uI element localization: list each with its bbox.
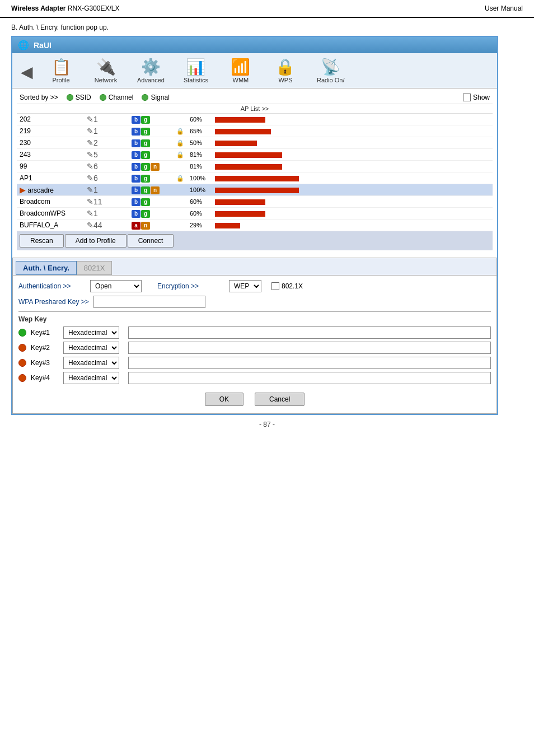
8021x-checkbox[interactable] bbox=[271, 282, 279, 290]
n-badge: n bbox=[141, 222, 150, 230]
tab-network[interactable]: 🔌 Network bbox=[83, 56, 128, 88]
key-radio-3[interactable] bbox=[18, 359, 26, 367]
rescan-button[interactable]: Rescan bbox=[20, 234, 64, 248]
wmm-icon: 📶 bbox=[231, 59, 250, 75]
b-badge: b bbox=[132, 163, 140, 171]
ap-list-header: AP List >> bbox=[17, 104, 493, 114]
add-to-profile-button[interactable]: Add to Profile bbox=[65, 234, 127, 248]
key-input-2[interactable] bbox=[128, 342, 491, 354]
wpa-key-input[interactable] bbox=[93, 296, 205, 308]
table-row[interactable]: 99✎6bgn81% bbox=[17, 161, 493, 172]
tab-profile[interactable]: 📋 Profile bbox=[39, 56, 83, 88]
cancel-button[interactable]: Cancel bbox=[255, 393, 305, 406]
key-format-select-1[interactable]: HexadecimalASCII bbox=[63, 326, 119, 339]
tab-statistics[interactable]: 📊 Statistics bbox=[174, 56, 218, 88]
auth-encry-tab[interactable]: Auth. \ Encry. bbox=[16, 261, 77, 275]
wep-key-section: Wep Key Key#1HexadecimalASCIIKey#2Hexade… bbox=[18, 311, 491, 384]
badges-cell: bg bbox=[129, 114, 174, 125]
back-button[interactable]: ◀ bbox=[15, 56, 39, 88]
lock-cell: 🔒 bbox=[174, 125, 187, 137]
table-row[interactable]: Broadcom✎11bg60% bbox=[17, 196, 493, 208]
table-row[interactable]: 219✎1bg🔒65% bbox=[17, 125, 493, 137]
table-row[interactable]: AP1✎6bg🔒100% bbox=[17, 172, 493, 184]
channel-cell: ✎11 bbox=[84, 196, 129, 208]
table-row[interactable]: 243✎5bg🔒81% bbox=[17, 149, 493, 161]
8021x-label: 802.1X bbox=[282, 282, 303, 290]
g-badge: g bbox=[141, 186, 150, 194]
show-checkbox[interactable] bbox=[463, 94, 471, 101]
page-header: Wireless Adapter RNX-G300EX/LX User Manu… bbox=[0, 0, 534, 18]
ok-button[interactable]: OK bbox=[205, 393, 243, 406]
table-row[interactable]: BUFFALO_A✎44an29% bbox=[17, 220, 493, 231]
a-badge: a bbox=[132, 222, 140, 230]
tab-advanced[interactable]: ⚙️ Advanced bbox=[128, 56, 174, 88]
channel-cell: ✎1 bbox=[84, 208, 129, 220]
authentication-select[interactable]: Open Shared WPA-PSK WPA2-PSK bbox=[90, 280, 142, 292]
signal-pct-cell: 65% bbox=[187, 125, 212, 137]
key-radio-4[interactable] bbox=[18, 374, 26, 382]
channel-icon: ✎1 bbox=[87, 115, 98, 124]
table-row[interactable]: 202✎1bg60% bbox=[17, 114, 493, 125]
authentication-label: Authentication >> bbox=[18, 282, 86, 290]
b-badge: b bbox=[132, 186, 140, 194]
channel-icon: ✎11 bbox=[87, 197, 102, 206]
channel-radio-item[interactable]: Channel bbox=[100, 94, 134, 101]
signal-bar bbox=[215, 129, 271, 134]
wps-icon: 🔒 bbox=[275, 59, 295, 75]
section-description: B. Auth. \ Encry. function pop up. bbox=[11, 24, 523, 31]
signal-pct-cell: 60% bbox=[187, 208, 212, 220]
channel-cell: ✎1 bbox=[84, 184, 129, 196]
badges-cell: bgn bbox=[129, 161, 174, 172]
table-row[interactable]: BroadcomWPS✎1bg60% bbox=[17, 208, 493, 220]
lock-icon: 🔒 bbox=[176, 151, 184, 158]
app-logo: 🌐 bbox=[18, 40, 29, 50]
signal-pct-cell: 29% bbox=[187, 220, 212, 231]
key-label-4: Key#4 bbox=[31, 374, 59, 382]
channel-icon: ✎5 bbox=[87, 150, 98, 159]
show-label: Show bbox=[473, 94, 490, 101]
channel-icon: ✎1 bbox=[87, 127, 98, 136]
show-checkbox-container[interactable]: Show bbox=[463, 94, 490, 101]
key-input-4[interactable] bbox=[128, 372, 491, 384]
table-row[interactable]: 230✎2bg🔒50% bbox=[17, 137, 493, 149]
signal-bar bbox=[215, 223, 240, 228]
signal-pct-cell: 81% bbox=[187, 161, 212, 172]
g-badge: g bbox=[141, 175, 150, 183]
channel-cell: ✎2 bbox=[84, 137, 129, 149]
key-row-1: Key#1HexadecimalASCII bbox=[18, 326, 491, 339]
key-format-select-4[interactable]: HexadecimalASCII bbox=[63, 372, 119, 384]
channel-cell: ✎5 bbox=[84, 149, 129, 161]
badges-cell: an bbox=[129, 220, 174, 231]
tab-radio[interactable]: 📡 Radio On/ bbox=[308, 56, 354, 88]
selected-arrow-icon: ▶ bbox=[20, 185, 26, 194]
key-label-2: Key#2 bbox=[31, 344, 59, 352]
b-badge: b bbox=[132, 116, 140, 124]
key-input-1[interactable] bbox=[128, 326, 491, 339]
key-format-select-2[interactable]: HexadecimalASCII bbox=[63, 342, 119, 354]
8021x-tab-label: 8021X bbox=[84, 264, 105, 272]
8021x-checkbox-container[interactable]: 802.1X bbox=[271, 282, 303, 290]
connect-button[interactable]: Connect bbox=[128, 234, 174, 248]
tab-wmm[interactable]: 📶 WMM bbox=[218, 56, 263, 88]
encryption-select[interactable]: WEP TKIP AES bbox=[229, 280, 261, 292]
ap-list-label: AP List >> bbox=[241, 105, 269, 112]
key-radio-2[interactable] bbox=[18, 344, 26, 352]
key-row-4: Key#4HexadecimalASCII bbox=[18, 372, 491, 384]
key-format-select-3[interactable]: HexadecimalASCII bbox=[63, 357, 119, 369]
key-radio-1[interactable] bbox=[18, 329, 26, 337]
signal-bar bbox=[215, 199, 265, 205]
lock-cell bbox=[174, 161, 187, 172]
ap-buttons: Rescan Add to Profile Connect bbox=[17, 231, 493, 250]
signal-pct-cell: 81% bbox=[187, 149, 212, 161]
signal-bar-cell bbox=[212, 172, 493, 184]
key-input-3[interactable] bbox=[128, 357, 491, 369]
table-row[interactable]: ▶ arscadre✎1bgn100% bbox=[17, 184, 493, 196]
8021x-tab[interactable]: 8021X bbox=[77, 261, 113, 275]
tab-wps[interactable]: 🔒 WPS bbox=[263, 56, 308, 88]
signal-pct-cell: 100% bbox=[187, 172, 212, 184]
tab-wmm-label: WMM bbox=[233, 77, 249, 83]
signal-radio-item[interactable]: Signal bbox=[142, 94, 169, 101]
ap-table: 202✎1bg60%219✎1bg🔒65%230✎2bg🔒50%243✎5bg🔒… bbox=[17, 114, 493, 231]
auth-encry-section: Auth. \ Encry. 8021X Authentication >> O… bbox=[12, 258, 497, 414]
ssid-radio-item[interactable]: SSID bbox=[67, 94, 91, 101]
